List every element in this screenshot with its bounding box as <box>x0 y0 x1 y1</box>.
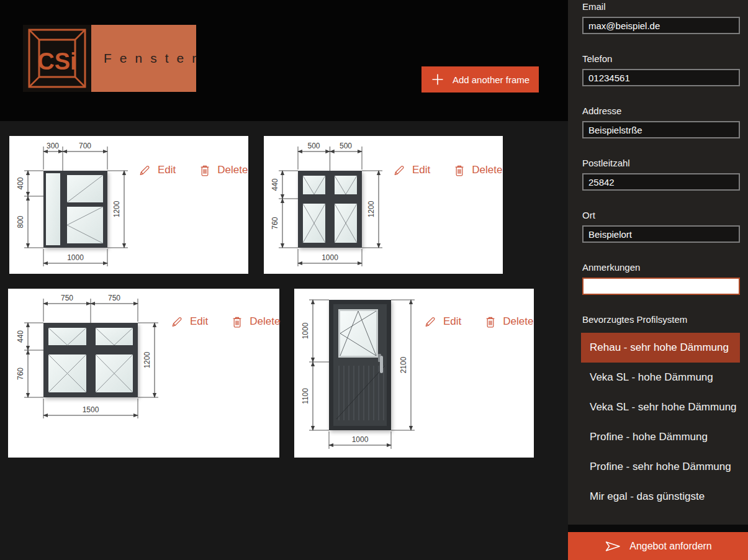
edit-button[interactable]: Edit <box>139 164 176 176</box>
profile-option-veka-hoch[interactable]: Veka SL - hohe Dämmung <box>581 363 740 392</box>
dim-label: 500 <box>307 142 320 150</box>
dim-label: 440 <box>16 330 25 343</box>
profile-option-profine-hoch[interactable]: Profine - hohe Dämmung <box>581 422 740 452</box>
trash-icon <box>199 165 210 176</box>
send-icon <box>604 540 621 553</box>
dim-label: 760 <box>16 368 25 380</box>
delete-label: Delete <box>250 315 280 328</box>
dim-label: 1500 <box>83 405 99 414</box>
profile-option-rehau-sehr-hoch[interactable]: Rehau - sehr hohe Dämmung <box>581 333 740 363</box>
add-frame-label: Add another frame <box>453 75 529 85</box>
door-drawing: 1000 1100 2100 1000 <box>294 289 534 458</box>
dim-label: 500 <box>340 142 352 150</box>
request-quote-button[interactable]: Angebot anfordern <box>568 532 748 560</box>
dim-label: 1100 <box>301 388 310 404</box>
anmerkungen-input[interactable] <box>582 278 740 295</box>
window-drawing-3: 750 750 440 760 1200 1500 <box>8 289 279 458</box>
dim-label: 400 <box>16 177 25 189</box>
dim-label: 800 <box>16 215 25 228</box>
dim-label: 440 <box>271 178 279 191</box>
delete-button[interactable]: Delete <box>199 164 248 176</box>
csi-frame-icon: CSi <box>23 25 91 92</box>
addresse-label: Addresse <box>582 106 740 117</box>
dim-label: 750 <box>61 294 73 302</box>
dim-label: 700 <box>79 142 91 150</box>
edit-button[interactable]: Edit <box>171 315 208 328</box>
profile-option-profine-sehr-hoch[interactable]: Profine - sehr hohe Dämmung <box>581 452 740 482</box>
dim-label: 1200 <box>143 351 151 368</box>
edit-button[interactable]: Edit <box>394 164 430 176</box>
profile-option-veka-sehr-hoch[interactable]: Veka SL - sehr hohe Dämmung <box>581 392 740 422</box>
app-window: CSi Fenster Add another frame <box>0 0 748 560</box>
profile-system-label: Bevorzugtes Profilsystem <box>582 314 740 325</box>
dim-label: 1000 <box>67 253 84 262</box>
trash-icon <box>485 316 496 328</box>
window-drawing-2: 500 500 440 760 1200 1000 <box>264 136 503 274</box>
frame-card-4: 1000 1100 2100 1000 Edit Delete <box>294 289 534 458</box>
ort-input[interactable] <box>582 225 740 243</box>
pencil-icon <box>394 165 405 176</box>
delete-label: Delete <box>472 164 502 176</box>
dim-label: 1200 <box>367 201 376 217</box>
pencil-icon <box>139 165 151 176</box>
frame-card-2: 500 500 440 760 1200 1000 Edit Delete <box>264 136 503 274</box>
dim-label: 1000 <box>352 435 369 444</box>
edit-label: Edit <box>412 164 430 176</box>
add-frame-button[interactable]: Add another frame <box>421 66 539 93</box>
delete-button[interactable]: Delete <box>232 315 280 328</box>
profile-option-mir-egal[interactable]: Mir egal - das günstigste <box>581 482 740 512</box>
telefon-input[interactable] <box>582 69 740 86</box>
delete-button[interactable]: Delete <box>485 315 533 328</box>
delete-button[interactable]: Delete <box>454 164 502 176</box>
delete-label: Delete <box>217 164 248 176</box>
edit-label: Edit <box>158 164 176 176</box>
profile-system-list: Rehau - sehr hohe Dämmung Veka SL - hohe… <box>582 333 740 512</box>
edit-button[interactable]: Edit <box>425 315 461 328</box>
email-label: Email <box>582 1 740 12</box>
trash-icon <box>454 165 465 176</box>
frame-card-3: 750 750 440 760 1200 1500 Edit Delete <box>8 289 279 458</box>
logo-csi-text: CSi <box>37 48 76 75</box>
frame-card-1: 300 700 400 800 1200 1000 Edit Delete <box>9 136 248 274</box>
anmerkungen-label: Anmerkungen <box>582 262 740 273</box>
dim-label: 2100 <box>399 356 408 373</box>
dim-label: 1200 <box>112 201 121 217</box>
logo-fenster-text: Fenster <box>91 25 196 92</box>
dim-label: 1000 <box>301 322 310 339</box>
trash-icon <box>232 316 243 328</box>
delete-label: Delete <box>503 315 533 328</box>
dim-label: 1000 <box>322 253 338 262</box>
pencil-icon <box>171 316 183 328</box>
sidebar-gap <box>568 525 748 532</box>
postleitzahl-input[interactable] <box>582 173 740 191</box>
addresse-input[interactable] <box>582 121 740 138</box>
window-drawing-1: 300 700 400 800 1200 1000 <box>9 136 248 274</box>
email-input[interactable] <box>582 17 740 34</box>
telefon-label: Telefon <box>582 53 740 65</box>
dim-label: 750 <box>108 294 120 302</box>
postleitzahl-label: Postleitzahl <box>582 158 740 169</box>
ort-label: Ort <box>582 210 740 221</box>
pencil-icon <box>425 316 436 328</box>
contact-form-sidebar: Email Telefon Addresse Postleitzahl Ort … <box>568 0 748 525</box>
request-quote-label: Angebot anfordern <box>629 541 712 552</box>
dim-label: 300 <box>47 142 59 150</box>
edit-label: Edit <box>443 315 461 328</box>
plus-icon <box>431 73 444 86</box>
edit-label: Edit <box>190 315 208 328</box>
dim-label: 760 <box>271 217 279 229</box>
app-logo: CSi Fenster <box>23 25 196 92</box>
logo-frame-mark: CSi <box>23 25 91 92</box>
